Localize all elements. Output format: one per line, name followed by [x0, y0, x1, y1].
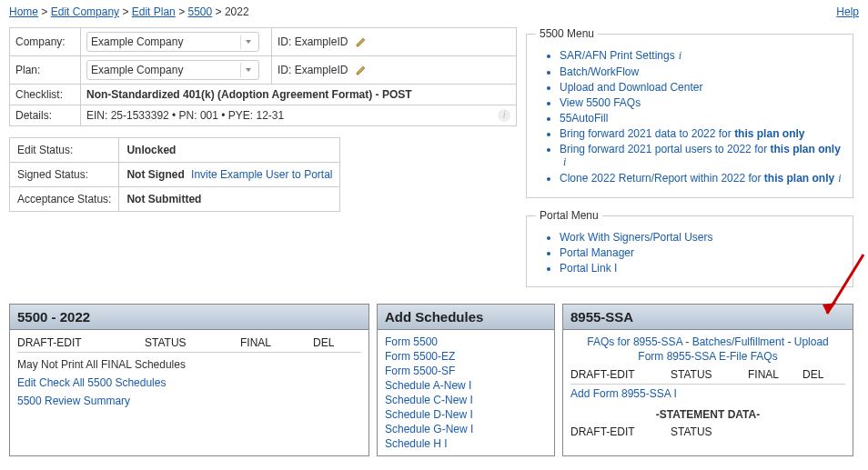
company-combo[interactable]: Example Company [86, 32, 259, 52]
link-edit-check-all[interactable]: Edit Check All 5500 Schedules [17, 376, 166, 389]
crumb-year: 2022 [225, 5, 249, 18]
col-draft-edit: DRAFT-EDIT [570, 425, 671, 438]
col-del: DEL [313, 336, 349, 349]
checklist-label: Checklist: [10, 85, 81, 105]
col-draft-edit: DRAFT-EDIT [17, 336, 145, 349]
pencil-icon[interactable] [355, 64, 368, 76]
menu-bringforward-users[interactable]: Bring forward 2021 portal users to 2022 … [560, 143, 841, 155]
crumb-edit-plan[interactable]: Edit Plan [132, 5, 176, 18]
add-schedule-a[interactable]: Schedule A-New I [385, 379, 547, 392]
help-link[interactable]: Help [836, 5, 859, 18]
col-status: STATUS [145, 336, 240, 349]
acceptance-status-label: Acceptance Status: [10, 187, 119, 212]
panel-add-schedules: Add Schedules Form 5500 Form 5500-EZ For… [377, 304, 555, 456]
menu-5500: 5500 Menu SAR/AFN Print Settingsi Batch/… [526, 27, 853, 198]
menu-autofill[interactable]: 55AutoFill [560, 112, 608, 125]
signed-status-label: Signed Status: [10, 163, 119, 187]
company-id-value: ExampleID [295, 35, 348, 48]
edit-status-label: Edit Status: [10, 138, 119, 163]
plan-label: Plan: [10, 56, 81, 85]
crumb-edit-company[interactable]: Edit Company [51, 5, 119, 18]
portal-manager[interactable]: Portal Manager [560, 246, 634, 259]
link-8955-faqs[interactable]: FAQs for 8955-SSA [587, 335, 682, 348]
pencil-icon[interactable] [355, 35, 368, 48]
company-label: Company: [10, 28, 81, 56]
col-draft-edit: DRAFT-EDIT [570, 368, 671, 381]
col-final: FINAL [748, 368, 802, 381]
link-batches[interactable]: Batches/Fulfillment [692, 335, 784, 348]
add-form-5500-sf[interactable]: Form 5500-SF [385, 365, 547, 377]
menu-batch[interactable]: Batch/WorkFlow [560, 65, 639, 78]
panel-5500: 5500 - 2022 DRAFT-EDIT STATUS FINAL DEL … [9, 304, 369, 456]
add-schedule-h[interactable]: Schedule H I [385, 437, 547, 450]
portal-link[interactable]: Portal Link I [560, 262, 617, 275]
invite-user-link[interactable]: Invite Example User to Portal [191, 168, 332, 181]
panel-5500-title: 5500 - 2022 [10, 305, 368, 330]
col-del: DEL [802, 368, 834, 381]
company-info-table: Company: Example Company ID: ExampleID [9, 27, 517, 126]
statement-data-header: -STATEMENT DATA- [570, 403, 845, 423]
details-value: EIN: 25-1533392 • PN: 001 • PYE: 12-31 [86, 109, 284, 122]
col-status: STATUS [671, 425, 748, 438]
menu-sar-afn[interactable]: SAR/AFN Print Settings [560, 49, 675, 62]
crumb-5500[interactable]: 5500 [187, 5, 212, 18]
menu-bringforward-data[interactable]: Bring forward 2021 data to 2022 for this… [560, 127, 804, 140]
add-schedule-g[interactable]: Schedule G-New I [385, 423, 547, 435]
panel-add-title: Add Schedules [378, 305, 554, 330]
add-form-5500-ez[interactable]: Form 5500-EZ [385, 350, 547, 363]
plan-value: Example Company [91, 64, 240, 76]
details-label: Details: [10, 105, 81, 126]
menu-upload-download[interactable]: Upload and Download Center [560, 81, 702, 94]
crumb-home[interactable]: Home [9, 5, 38, 18]
col-status: STATUS [671, 368, 748, 381]
col-final: FINAL [240, 336, 313, 349]
menu-portal: Portal Menu Work With Signers/Portal Use… [526, 209, 853, 287]
chevron-down-icon[interactable] [240, 35, 255, 49]
link-add-8955[interactable]: Add Form 8955-SSA I [570, 387, 677, 400]
status-table: Edit Status: Unlocked Signed Status: Not… [9, 137, 340, 212]
menu-portal-legend: Portal Menu [536, 209, 602, 222]
plan-combo[interactable]: Example Company [86, 60, 259, 80]
panel-5500-columns: DRAFT-EDIT STATUS FINAL DEL [17, 334, 361, 353]
edit-status-value: Unlocked [119, 138, 340, 163]
info-icon[interactable]: i [563, 155, 566, 169]
info-icon[interactable]: i [498, 109, 510, 122]
note-final-schedules: May Not Print All FINAL Schedules [17, 358, 361, 371]
plan-id-label: ID: [278, 64, 291, 76]
add-form-5500[interactable]: Form 5500 [385, 335, 547, 348]
company-value: Example Company [91, 35, 240, 48]
menu-5500-legend: 5500 Menu [536, 27, 598, 40]
add-schedule-d[interactable]: Schedule D-New I [385, 408, 547, 421]
breadcrumb: Home > Edit Company > Edit Plan > 5500 >… [9, 5, 859, 18]
plan-id-value: ExampleID [295, 64, 348, 76]
chevron-down-icon[interactable] [240, 63, 255, 77]
checklist-value: Non-Standardized 401(k) (Adoption Agreem… [81, 85, 517, 105]
link-upload[interactable]: Upload [794, 335, 829, 348]
menu-faqs[interactable]: View 5500 FAQs [560, 96, 641, 109]
info-icon[interactable]: i [838, 172, 841, 185]
panel-8955-title: 8955-SSA [563, 305, 853, 330]
info-icon[interactable]: i [679, 49, 681, 63]
signed-status-value: Not Signed [126, 168, 184, 181]
menu-clone[interactable]: Clone 2022 Return/Report within 2022 for… [560, 172, 834, 185]
panel-8955-columns: DRAFT-EDIT STATUS FINAL DEL [570, 365, 845, 385]
acceptance-status-value: Not Submitted [119, 187, 340, 212]
link-review-summary[interactable]: 5500 Review Summary [17, 395, 130, 407]
panel-8955-columns-2: DRAFT-EDIT STATUS [570, 423, 845, 441]
portal-signers[interactable]: Work With Signers/Portal Users [560, 231, 713, 244]
link-efile-faqs[interactable]: Form 8955-SSA E-File FAQs [638, 350, 777, 363]
add-schedule-c[interactable]: Schedule C-New I [385, 394, 547, 406]
company-id-label: ID: [278, 35, 291, 48]
panel-8955-ssa: 8955-SSA FAQs for 8955-SSA - Batches/Ful… [562, 304, 853, 456]
